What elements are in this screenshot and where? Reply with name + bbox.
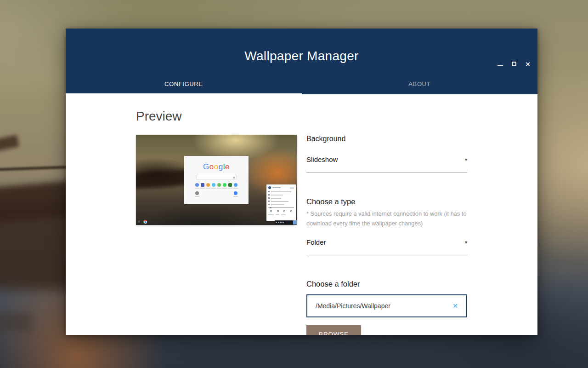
- preview-status-tray: [275, 220, 293, 224]
- background-label: Background: [306, 135, 467, 143]
- background-select-value: Slideshow: [306, 155, 338, 163]
- preview-search-bar: [196, 175, 237, 179]
- preview-notification-icon: [293, 220, 297, 224]
- tab-configure[interactable]: CONFIGURE: [66, 73, 302, 94]
- active-tab-indicator: [66, 93, 302, 94]
- configure-panel: Preview Google: [66, 94, 537, 335]
- preview-system-tray-popup: [266, 184, 296, 221]
- clear-icon[interactable]: ✕: [451, 301, 460, 310]
- type-select-value: Folder: [306, 238, 326, 246]
- folder-path-field: ✕: [306, 294, 467, 317]
- wallpaper-silhouette: [0, 135, 19, 153]
- browse-button[interactable]: BROWSE: [306, 325, 361, 335]
- preview-launcher-icon: [138, 220, 141, 224]
- chevron-down-icon: ▾: [465, 240, 467, 245]
- type-select[interactable]: Folder ▾: [306, 238, 467, 255]
- preview-chrome-window: Google: [184, 156, 249, 204]
- window-title: Wallpaper Manager: [66, 49, 537, 63]
- tab-about[interactable]: ABOUT: [302, 73, 538, 94]
- titlebar: ✕ Wallpaper Manager CONFIGURE ABOUT: [66, 29, 537, 94]
- page-title: Preview: [136, 109, 511, 124]
- wallpaper-manager-window: ✕ Wallpaper Manager CONFIGURE ABOUT Prev…: [66, 29, 537, 335]
- preview-app-grid: [194, 183, 238, 197]
- settings-column: Background Slideshow ▾ Choose a type * S…: [306, 135, 467, 335]
- type-note: * Sources require a valid internet conne…: [306, 209, 467, 228]
- preview-avatar: [268, 186, 271, 189]
- preview-chrome-icon: [143, 220, 147, 224]
- wallpaper-silhouette: [0, 313, 32, 331]
- folder-path-input[interactable]: [316, 302, 451, 310]
- background-select[interactable]: Slideshow ▾: [306, 155, 467, 172]
- chevron-down-icon: ▾: [465, 157, 467, 162]
- type-heading: Choose a type: [306, 197, 467, 206]
- folder-heading: Choose a folder: [306, 280, 467, 288]
- tab-bar: CONFIGURE ABOUT: [66, 73, 537, 94]
- google-logo: Google: [184, 162, 249, 172]
- wallpaper-preview-image: Google: [136, 135, 297, 225]
